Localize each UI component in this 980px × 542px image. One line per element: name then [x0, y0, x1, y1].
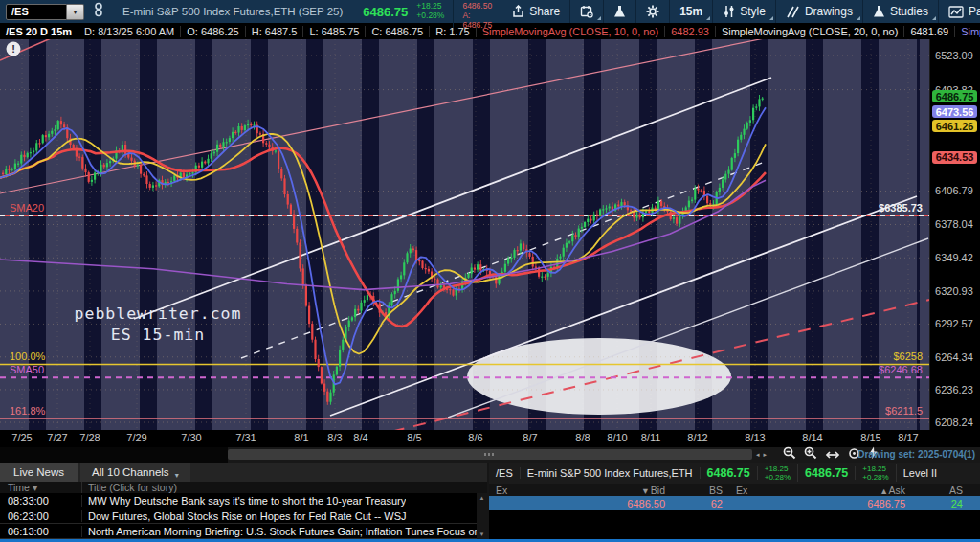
price-badge: 6434.53: [932, 151, 977, 164]
ask-price: 6486.75: [836, 498, 912, 509]
scrollbar-thumb[interactable]: [228, 449, 752, 460]
news-list: 08:33:00MW Why Deutsche Bank says it's t…: [0, 493, 487, 539]
bar-open: O: 6486.25: [181, 26, 245, 37]
link-button[interactable]: [93, 2, 104, 21]
ask-size: 24: [912, 498, 969, 509]
svg-text:161.8%: 161.8%: [10, 405, 46, 417]
scrollbar-arrows[interactable]: ◂▸: [756, 451, 770, 459]
patterns-label: Patterns: [969, 5, 980, 18]
level2-column-headers: Ex ▾ Bid BS Ex ▴ Ask AS: [489, 484, 980, 496]
time-axis-label: 7/28: [69, 432, 111, 443]
col-ask[interactable]: ▴ Ask: [836, 485, 912, 496]
time-axis-label: 8/11: [630, 432, 672, 443]
col-bid[interactable]: ▾ Bid: [596, 485, 672, 496]
settings-button[interactable]: [635, 0, 669, 23]
study-sma50-label[interactable]: SimpleMovingAvg (CLOSE, 50, 0,...: [955, 26, 980, 37]
instrument-title: E-mini S&P 500 Index Futures,ETH (SEP 25…: [122, 6, 343, 17]
study-sma20-label[interactable]: SimpleMovingAvg (CLOSE, 20, 0, no): [716, 26, 904, 37]
col-ex-2[interactable]: Ex: [729, 485, 836, 496]
svg-text:!: !: [11, 43, 15, 55]
style-button[interactable]: Style: [712, 0, 775, 23]
scroll-up-icon[interactable]: ▲: [479, 495, 485, 501]
share-button[interactable]: Share: [501, 0, 569, 23]
news-column-headers: Time ▾ Title (Click for story): [0, 482, 487, 493]
symbol-input[interactable]: /ES: [6, 4, 67, 20]
bar-close: C: 6486.75: [366, 26, 430, 37]
quick-study-button[interactable]: [603, 0, 635, 23]
time-axis-label: 8/13: [734, 432, 776, 443]
style-label: Style: [740, 5, 766, 18]
studies-label: Studies: [890, 5, 928, 18]
gear-icon: [646, 5, 659, 18]
time-axis-label: 8/15: [850, 432, 892, 443]
symbol-selector: /ES ▾: [6, 4, 84, 20]
last-price: 6486.75: [363, 5, 408, 19]
price-axis-tick: 6349.42: [935, 252, 973, 263]
chart-scroll-row: ◂▸ Drawing set: 2025-0704(1): [0, 447, 980, 463]
time-axis-label: 8/6: [455, 432, 497, 443]
price-axis[interactable]: 6523.096493.826406.796378.046349.426320.…: [929, 39, 980, 430]
price-change: +18.25 +0.28%: [416, 2, 444, 21]
sort-desc-icon: ▾: [33, 482, 37, 493]
svg-text:$6385.73: $6385.73: [879, 202, 923, 214]
news-title: Dow Futures, Global Stocks Rise on Hopes…: [82, 510, 407, 522]
drawings-button[interactable]: Drawings: [775, 0, 862, 23]
price-axis-tick: 6320.93: [935, 285, 973, 297]
news-tab-bar: Live News All 10 Channels ▾: [0, 463, 487, 482]
price-axis-tick: 6236.23: [935, 384, 973, 395]
top-toolbar: /ES ▾ E-mini S&P 500 Index Futures,ETH (…: [0, 0, 980, 23]
study-sma10-label[interactable]: SimpleMovingAvg (CLOSE, 10, 0, no): [477, 26, 665, 37]
time-axis[interactable]: 7/257/277/287/297/307/318/18/38/48/58/68…: [0, 430, 980, 447]
col-as[interactable]: AS: [912, 485, 969, 496]
channels-dropdown[interactable]: All 10 Channels ▾: [80, 463, 190, 482]
symbol-dropdown-button[interactable]: ▾: [67, 4, 84, 20]
scroll-right-icon[interactable]: ▸: [764, 451, 771, 458]
symbol-group: /ES ▾ E-mini S&P 500 Index Futures,ETH (…: [0, 0, 501, 23]
news-time: 06:23:00: [0, 510, 82, 522]
trading-platform: /ES ▾ E-mini S&P 500 Index Futures,ETH (…: [0, 0, 980, 542]
zoom-in-icon[interactable]: [804, 446, 817, 463]
col-bs[interactable]: BS: [672, 485, 729, 496]
news-row[interactable]: 06:23:00Dow Futures, Global Stocks Rise …: [0, 508, 487, 524]
svg-text:$6246.68: $6246.68: [879, 364, 923, 375]
scrollbar-track[interactable]: [0, 447, 228, 463]
share-icon: [511, 5, 524, 18]
level2-change-2: +18.25+0.28%: [856, 464, 896, 482]
sort-asc-icon: ▴: [881, 485, 886, 496]
price-badge: 6486.75: [932, 90, 977, 102]
level2-quote-row[interactable]: 6486.50 62 6486.75 24: [489, 496, 980, 510]
news-scrollbar[interactable]: ▲ ▼: [477, 493, 487, 539]
patterns-button[interactable]: Patterns: [938, 0, 980, 23]
scroll-left-icon[interactable]: ◂: [756, 451, 764, 458]
pan-horizontal-icon[interactable]: [825, 446, 840, 463]
news-row[interactable]: 06:13:00North American Morning Briefing:…: [0, 524, 487, 539]
price-axis-tick: 6523.09: [935, 50, 973, 61]
level2-panel: /ES E-mini S&P 500 Index Futures,ETH 648…: [489, 463, 980, 539]
time-axis-label: 8/14: [791, 432, 834, 443]
news-title-column-header[interactable]: Title (Click for story): [82, 482, 177, 493]
zoom-out-icon[interactable]: [783, 446, 796, 463]
bid-price: 6486.50: [596, 498, 672, 509]
level2-change: +18.25+0.28%: [758, 464, 798, 482]
scroll-down-icon[interactable]: ▼: [479, 531, 485, 537]
studies-button[interactable]: Studies: [862, 0, 938, 23]
studies-flask-icon: [873, 5, 885, 18]
svg-text:$6211.5: $6211.5: [885, 405, 923, 417]
svg-text:$6258: $6258: [893, 350, 923, 362]
news-time-column-header[interactable]: Time ▾: [0, 482, 82, 493]
share-label: Share: [529, 5, 560, 18]
caret-down-icon: ▾: [73, 8, 77, 16]
svg-text:100.0%: 100.0%: [10, 350, 46, 362]
level2-last-price: 6486.75: [701, 466, 758, 480]
calendar-button[interactable]: [569, 0, 603, 23]
price-axis-tick: 6208.24: [935, 417, 973, 428]
price-chart[interactable]: pebblewriter.comES 15-minSMA20$6385.7310…: [0, 39, 929, 430]
price-axis-tick: 6378.04: [935, 218, 973, 230]
tab-live-news[interactable]: Live News: [0, 463, 78, 482]
col-ex[interactable]: Ex: [489, 485, 596, 496]
level2-label[interactable]: Level II: [897, 467, 944, 479]
chart-status-bar: /ES 20 D 15m D: 8/13/25 6:00 AM O: 6486.…: [0, 23, 980, 39]
drawing-set-label[interactable]: Drawing set: 2025-0704(1): [858, 449, 975, 460]
timeframe-button[interactable]: 15m: [669, 0, 712, 23]
news-row[interactable]: 08:33:00MW Why Deutsche Bank says it's t…: [0, 493, 487, 508]
